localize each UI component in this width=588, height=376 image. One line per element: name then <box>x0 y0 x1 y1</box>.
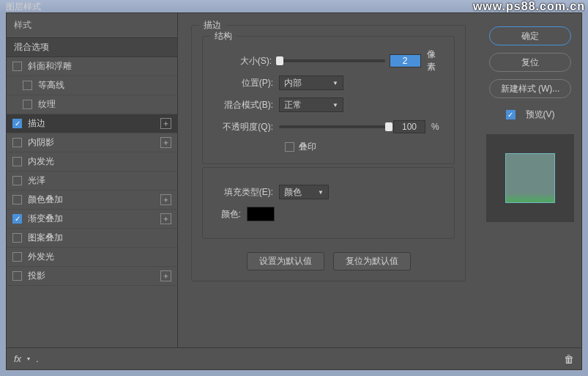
preview-box <box>486 134 574 222</box>
style-label: 渐变叠加 <box>28 213 160 225</box>
opacity-slider[interactable] <box>279 125 389 128</box>
new-style-button[interactable]: 新建样式 (W)... <box>489 79 571 98</box>
opacity-input[interactable]: 100 <box>393 120 425 133</box>
filltype-label: 填充类型(E): <box>213 186 279 199</box>
style-checkbox[interactable] <box>12 252 22 262</box>
style-row-11[interactable]: 投影＋ <box>7 267 177 286</box>
style-label: 内发光 <box>28 155 171 168</box>
stroke-group: 描边 结构 大小(S): 2 像素 位置(P): 内部▼ 混合模式(B): <box>191 25 466 281</box>
add-effect-icon[interactable]: ＋ <box>160 194 171 205</box>
action-panel: 确定 复位 新建样式 (W)... 预览(V) <box>479 13 581 347</box>
overprint-label: 叠印 <box>299 141 316 153</box>
window-title: 图层样式 <box>6 1 41 12</box>
style-row-10[interactable]: 外发光 <box>7 248 177 267</box>
add-effect-icon[interactable]: ＋ <box>160 137 171 148</box>
style-checkbox[interactable] <box>12 195 22 204</box>
style-checkbox[interactable] <box>23 100 32 109</box>
blending-options-row[interactable]: 混合选项 <box>7 37 177 57</box>
style-row-8[interactable]: 渐变叠加＋ <box>7 210 177 229</box>
style-row-2[interactable]: 纹理 <box>7 95 177 114</box>
style-label: 斜面和浮雕 <box>28 60 171 73</box>
structure-title: 结构 <box>210 30 237 43</box>
style-label: 图案叠加 <box>28 232 171 244</box>
size-unit: 像素 <box>427 48 444 73</box>
bottom-bar: fx ▾ . 🗑 <box>7 347 581 369</box>
style-row-4[interactable]: 内阴影＋ <box>7 133 177 152</box>
styles-panel: 样式 混合选项 斜面和浮雕等高线纹理描边＋内阴影＋内发光光泽颜色叠加＋渐变叠加＋… <box>7 13 178 347</box>
style-checkbox[interactable] <box>12 176 22 185</box>
style-label: 光泽 <box>28 174 171 187</box>
style-row-7[interactable]: 颜色叠加＋ <box>7 191 177 210</box>
position-dropdown[interactable]: 内部▼ <box>279 75 343 90</box>
style-label: 纹理 <box>38 98 171 111</box>
style-row-9[interactable]: 图案叠加 <box>7 229 177 248</box>
style-row-0[interactable]: 斜面和浮雕 <box>7 57 177 76</box>
style-checkbox[interactable] <box>12 62 22 71</box>
style-checkbox[interactable] <box>12 214 22 224</box>
size-slider-thumb[interactable] <box>276 56 283 65</box>
trash-icon[interactable]: 🗑 <box>564 353 574 365</box>
preview-label: 预览(V) <box>526 108 555 121</box>
watermark-text: www.ps88.com.cn <box>473 0 585 13</box>
style-checkbox[interactable] <box>12 271 22 281</box>
fill-subgroup: 填充类型(E): 颜色▼ 颜色: <box>202 167 455 239</box>
preview-checkbox[interactable] <box>506 110 516 119</box>
style-label: 颜色叠加 <box>28 193 160 206</box>
add-effect-icon[interactable]: ＋ <box>160 270 171 281</box>
style-checkbox[interactable] <box>23 81 32 90</box>
reset-button[interactable]: 复位 <box>489 53 571 72</box>
position-label: 位置(P): <box>213 77 279 89</box>
filltype-dropdown[interactable]: 颜色▼ <box>279 185 329 199</box>
style-row-3[interactable]: 描边＋ <box>7 114 177 133</box>
style-row-1[interactable]: 等高线 <box>7 76 177 95</box>
structure-subgroup: 结构 大小(S): 2 像素 位置(P): 内部▼ 混合模式(B): 正常▼ <box>202 36 455 164</box>
styles-header[interactable]: 样式 <box>7 13 177 37</box>
style-label: 等高线 <box>38 79 171 92</box>
style-label: 描边 <box>28 117 160 130</box>
chevron-down-icon: ▾ <box>27 355 30 362</box>
style-checkbox[interactable] <box>12 157 22 166</box>
blendmode-label: 混合模式(B): <box>213 99 279 111</box>
style-row-6[interactable]: 光泽 <box>7 172 177 191</box>
layer-style-dialog: 样式 混合选项 斜面和浮雕等高线纹理描边＋内阴影＋内发光光泽颜色叠加＋渐变叠加＋… <box>6 12 582 370</box>
style-checkbox[interactable] <box>12 233 22 243</box>
chevron-down-icon: ▼ <box>332 102 338 108</box>
blendmode-dropdown[interactable]: 正常▼ <box>279 97 343 112</box>
color-label: 颜色: <box>213 208 247 221</box>
style-label: 外发光 <box>28 251 171 263</box>
chevron-down-icon: ▼ <box>332 80 338 86</box>
style-checkbox[interactable] <box>12 119 22 128</box>
preview-inner <box>505 153 555 203</box>
style-label: 投影 <box>28 270 160 282</box>
style-row-5[interactable]: 内发光 <box>7 152 177 172</box>
add-effect-icon[interactable]: ＋ <box>160 118 171 129</box>
opacity-slider-thumb[interactable] <box>385 122 392 131</box>
opacity-unit: % <box>431 122 439 132</box>
size-label: 大小(S): <box>213 55 278 67</box>
color-swatch[interactable] <box>247 207 275 221</box>
stroke-settings-panel: 描边 结构 大小(S): 2 像素 位置(P): 内部▼ 混合模式(B): <box>178 13 479 347</box>
size-slider[interactable] <box>278 59 384 62</box>
ok-button[interactable]: 确定 <box>489 26 571 45</box>
opacity-label: 不透明度(Q): <box>213 121 279 133</box>
fx-menu-button[interactable]: fx <box>14 353 21 364</box>
size-input[interactable]: 2 <box>390 54 421 67</box>
reset-default-button[interactable]: 复位为默认值 <box>333 252 411 270</box>
overprint-checkbox[interactable] <box>285 142 294 152</box>
add-effect-icon[interactable]: ＋ <box>160 213 171 224</box>
style-checkbox[interactable] <box>12 138 22 147</box>
chevron-down-icon: ▼ <box>318 189 324 196</box>
style-label: 内阴影 <box>28 136 160 149</box>
style-list: 斜面和浮雕等高线纹理描边＋内阴影＋内发光光泽颜色叠加＋渐变叠加＋图案叠加外发光投… <box>7 57 177 347</box>
make-default-button[interactable]: 设置为默认值 <box>247 252 324 270</box>
